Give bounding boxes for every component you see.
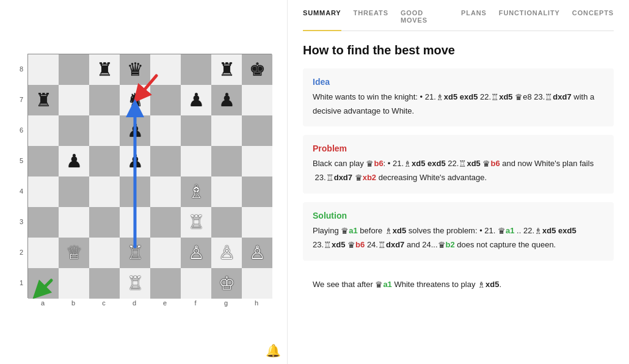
board-cell[interactable] xyxy=(28,177,59,207)
chess-board[interactable]: ♜♛♜♚♜♞♟♟♟♟♟♗♖♕♖♙♙♙♖♔ xyxy=(27,54,272,298)
board-cell[interactable] xyxy=(89,146,120,177)
board-cell[interactable] xyxy=(89,207,120,238)
chess-piece: ♛ xyxy=(127,60,144,79)
board-cell[interactable] xyxy=(242,207,272,238)
board-cell[interactable] xyxy=(181,146,211,177)
board-cell[interactable]: ♙ xyxy=(242,238,272,268)
problem-section: Problem Black can play ♛b6: • 21.♗xd5 ex… xyxy=(303,135,614,194)
board-cell[interactable] xyxy=(120,177,150,207)
chess-piece: ♔ xyxy=(219,274,235,293)
board-cell[interactable] xyxy=(59,207,89,238)
main-title: How to find the best move xyxy=(303,43,614,57)
chess-piece: ♙ xyxy=(219,244,235,262)
board-cell[interactable]: ♕ xyxy=(59,238,89,268)
board-cell[interactable]: ♟ xyxy=(59,146,89,177)
board-cell[interactable] xyxy=(150,177,181,207)
tab-summary[interactable]: SUMMARY xyxy=(303,9,341,31)
chess-piece: ♟ xyxy=(127,152,144,170)
board-cell[interactable] xyxy=(211,115,242,146)
idea-section: Idea White wants to win the knight: • 21… xyxy=(303,68,614,126)
notification-bell-icon[interactable]: 🔔 xyxy=(266,343,281,358)
board-cell[interactable] xyxy=(28,115,59,146)
board-cell[interactable] xyxy=(150,238,181,268)
idea-title: Idea xyxy=(313,77,604,87)
board-cell[interactable] xyxy=(211,146,242,177)
board-cell[interactable]: ♖ xyxy=(120,238,150,268)
solution-section: Solution Playing ♛a1 before ♗xd5 solves … xyxy=(303,202,614,261)
tab-plans[interactable]: PLANS xyxy=(461,9,487,31)
board-cell[interactable]: ♜ xyxy=(28,85,59,115)
chess-piece: ♖ xyxy=(188,213,205,231)
board-cell[interactable] xyxy=(150,268,181,299)
board-cell[interactable] xyxy=(28,238,59,268)
board-cell[interactable]: ♟ xyxy=(120,115,150,146)
board-cell[interactable] xyxy=(211,177,242,207)
chess-piece: ♗ xyxy=(188,183,205,201)
tab-good-moves[interactable]: GOOD MOVES xyxy=(401,9,449,31)
board-cell[interactable]: ♞ xyxy=(120,85,150,115)
board-cell[interactable] xyxy=(59,268,89,299)
chess-piece: ♜ xyxy=(35,91,52,109)
board-cell[interactable]: ♖ xyxy=(181,207,211,238)
board-cell[interactable] xyxy=(59,85,89,115)
board-cell[interactable] xyxy=(89,115,120,146)
board-cell[interactable] xyxy=(59,115,89,146)
board-cell[interactable]: ♜ xyxy=(89,54,120,85)
board-cell[interactable] xyxy=(150,207,181,238)
board-cell[interactable] xyxy=(89,177,120,207)
right-panel: SUMMARY THREATS GOOD MOVES PLANS FUNCTIO… xyxy=(287,0,629,364)
board-cell[interactable] xyxy=(242,268,272,299)
board-cell[interactable] xyxy=(150,146,181,177)
board-cell[interactable]: ♟ xyxy=(181,85,211,115)
chess-piece: ♙ xyxy=(188,244,205,262)
file-e: e xyxy=(150,299,180,307)
file-c: c xyxy=(89,299,119,307)
board-cell[interactable]: ♙ xyxy=(211,238,242,268)
board-cell[interactable] xyxy=(242,85,272,115)
board-cell[interactable] xyxy=(89,268,120,299)
chess-piece: ♚ xyxy=(249,60,266,79)
tab-concepts[interactable]: CONCEPTS xyxy=(572,9,614,31)
board-cell[interactable]: ♟ xyxy=(211,85,242,115)
board-cell[interactable] xyxy=(211,207,242,238)
board-cell[interactable] xyxy=(120,207,150,238)
board-cell[interactable]: ♗ xyxy=(181,177,211,207)
board-cell[interactable] xyxy=(181,268,211,299)
board-cell[interactable] xyxy=(181,54,211,85)
board-cell[interactable]: ♚ xyxy=(242,54,272,85)
board-cell[interactable] xyxy=(59,177,89,207)
board-cell[interactable]: ♖ xyxy=(120,268,150,299)
board-cell[interactable] xyxy=(242,146,272,177)
board-cell[interactable] xyxy=(89,85,120,115)
chess-board-container: 8 7 6 5 4 3 2 1 xyxy=(15,54,272,310)
board-cell[interactable] xyxy=(28,146,59,177)
board-cell[interactable] xyxy=(242,177,272,207)
board-cell[interactable] xyxy=(59,54,89,85)
tab-functionality[interactable]: FUNCTIONALITY xyxy=(499,9,560,31)
board-cell[interactable] xyxy=(28,54,59,85)
board-cell[interactable] xyxy=(242,115,272,146)
board-cell[interactable]: ♜ xyxy=(211,54,242,85)
board-cell[interactable] xyxy=(150,54,181,85)
file-f: f xyxy=(180,299,211,307)
board-cell[interactable] xyxy=(28,207,59,238)
left-panel: 8 7 6 5 4 3 2 1 xyxy=(0,0,287,364)
board-cell[interactable]: ♛ xyxy=(120,54,150,85)
board-cell[interactable] xyxy=(89,238,120,268)
board-cell[interactable] xyxy=(150,115,181,146)
chess-piece: ♟ xyxy=(127,122,144,140)
rank-2: 2 xyxy=(15,237,27,268)
tab-threats[interactable]: THREATS xyxy=(354,9,388,31)
chess-piece: ♜ xyxy=(96,60,113,79)
board-cell[interactable]: ♟ xyxy=(120,146,150,177)
board-cell[interactable] xyxy=(181,115,211,146)
board-cell[interactable] xyxy=(150,85,181,115)
board-cell[interactable]: ♔ xyxy=(211,268,242,299)
board-cell[interactable]: ♙ xyxy=(181,238,211,268)
file-b: b xyxy=(58,299,89,307)
nav-tabs: SUMMARY THREATS GOOD MOVES PLANS FUNCTIO… xyxy=(303,9,614,31)
rank-5: 5 xyxy=(15,145,27,176)
solution-text: Playing ♛a1 before ♗xd5 solves the probl… xyxy=(313,224,604,252)
board-cell[interactable] xyxy=(28,268,59,299)
chess-piece: ♕ xyxy=(66,244,82,262)
